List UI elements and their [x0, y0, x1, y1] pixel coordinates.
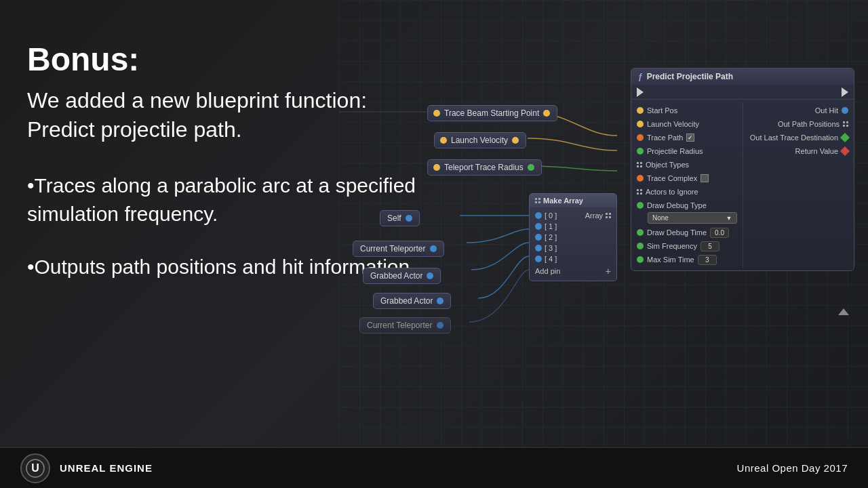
- pin-blue-ct1: [430, 245, 437, 252]
- pin-yellow-trace: [433, 110, 440, 117]
- exec-in-pin: [637, 87, 644, 97]
- node-teleport-trace: Teleport Trace Radius: [427, 159, 542, 176]
- pin-draw-time: [637, 229, 644, 236]
- make-array-body: [ 0 ] Array [ 1 ] [ 2 ]: [530, 207, 616, 281]
- exec-out-pin: [842, 87, 848, 97]
- footer-event: Unreal Open Day 2017: [737, 462, 848, 474]
- add-pin-row[interactable]: Add pin +: [530, 264, 616, 278]
- array-row-2: [ 2 ]: [530, 232, 616, 243]
- pin-return: [840, 146, 850, 156]
- scroll-indicator: [838, 308, 849, 315]
- unreal-logo: U: [20, 453, 50, 483]
- predict-input-trace-complex: Trace Complex: [637, 171, 737, 185]
- predict-input-launch-vel: Launch Velocity: [637, 117, 737, 131]
- predict-input-actors-ignore: Actors to Ignore: [637, 185, 737, 199]
- pin-blue-ga1: [427, 272, 433, 279]
- array-icon: [535, 198, 540, 203]
- predict-header: ƒ Predict Projectile Path: [631, 68, 854, 85]
- pin-blue-ga2: [437, 298, 443, 304]
- pin-launch-vel: [637, 121, 644, 127]
- make-array-header: Make Array: [530, 194, 616, 207]
- predict-input-trace-path: Trace Path ✓: [637, 131, 737, 144]
- pin-draw-debug: [637, 202, 644, 209]
- blueprint-icon: ƒ: [638, 72, 643, 81]
- node-grabbed-actor-2: Grabbed Actor: [373, 293, 451, 309]
- pin-output-launch: [512, 137, 519, 144]
- array-out-icon: [606, 213, 611, 218]
- dropdown-arrow: ▼: [726, 215, 732, 222]
- predict-output-return: Return Value: [749, 144, 849, 158]
- footer-brand-text: UNREAL ENGINE: [60, 462, 153, 474]
- predict-input-draw-debug-time: Draw Debug Time 0.0: [637, 226, 737, 239]
- draw-debug-dropdown[interactable]: None ▼: [648, 212, 737, 224]
- max-sim-input[interactable]: 3: [698, 255, 717, 265]
- pin-out-hit: [842, 107, 848, 114]
- pin-in-1: [535, 223, 542, 230]
- pin-in-0: [535, 212, 542, 219]
- sim-freq-input[interactable]: 5: [701, 241, 719, 251]
- pin-out-path: [843, 121, 848, 127]
- predict-input-obj-types: Object Types: [637, 158, 737, 171]
- pin-start-pos: [637, 107, 644, 114]
- pin-trace-complex: [637, 175, 644, 182]
- pin-blue-self: [406, 215, 412, 222]
- pin-sim-freq: [637, 243, 644, 249]
- pin-in-3: [535, 245, 542, 251]
- predict-outputs: Out Hit Out Path Positions Out Last Trac…: [743, 102, 854, 268]
- footer-brand-area: U UNREAL ENGINE: [20, 453, 153, 483]
- pin-proj-radius: [637, 148, 644, 155]
- pin-in-2: [535, 234, 542, 241]
- ue-logo-svg: U: [26, 459, 45, 478]
- slide-content: Bonus: We added a new blueprint function…: [0, 0, 868, 447]
- trace-path-checkbox[interactable]: ✓: [686, 134, 694, 142]
- node-grabbed-actor-1: Grabbed Actor: [363, 268, 441, 284]
- pin-blue-ct2: [437, 322, 443, 329]
- pin-yellow-launch: [440, 137, 447, 144]
- array-row-0: [ 0 ] Array: [530, 210, 616, 221]
- node-self: Self: [380, 210, 420, 226]
- predict-body: Start Pos Launch Velocity Trace Path ✓ P…: [631, 100, 854, 270]
- predict-inputs: Start Pos Launch Velocity Trace Path ✓ P…: [631, 102, 743, 268]
- predict-output-last-trace: Out Last Trace Destination: [749, 131, 849, 144]
- footer: U UNREAL ENGINE Unreal Open Day 2017: [0, 447, 868, 488]
- predict-output-path-pos: Out Path Positions: [749, 117, 849, 131]
- obj-types-pin: [637, 162, 642, 167]
- node-trace-beam: Trace Beam Starting Point: [427, 105, 557, 121]
- pin-trace-path: [637, 134, 644, 141]
- plus-icon: +: [606, 266, 611, 277]
- actors-ignore-pin: [637, 189, 642, 195]
- draw-time-input[interactable]: 0.0: [710, 228, 729, 238]
- array-row-3: [ 3 ]: [530, 243, 616, 253]
- predict-input-draw-debug-type: Draw Debug Type: [637, 199, 737, 212]
- blueprint-area: Trace Beam Starting Point Launch Velocit…: [339, 0, 868, 393]
- pin-max-sim: [637, 256, 644, 263]
- predict-input-proj-radius: Projectile Radius: [637, 144, 737, 158]
- node-predict-projectile: ƒ Predict Projectile Path Start Pos La: [631, 68, 854, 271]
- predict-input-max-sim-time: Max Sim Time 3: [637, 253, 737, 266]
- array-row-1: [ 1 ]: [530, 221, 616, 232]
- array-row-4: [ 4 ]: [530, 253, 616, 264]
- node-current-teleporter-1: Current Teleporter: [353, 241, 444, 257]
- node-make-array: Make Array [ 0 ] Array: [529, 193, 617, 281]
- exec-bar: [631, 85, 854, 100]
- node-current-teleporter-2: Current Teleporter: [359, 317, 451, 333]
- pin-in-4: [535, 256, 542, 262]
- predict-input-sim-freq: Sim Frequency 5: [637, 239, 737, 253]
- pin-output-trace: [543, 110, 550, 117]
- pin-output-teleport: [528, 164, 534, 171]
- svg-text:U: U: [31, 462, 39, 474]
- pin-out-last: [840, 133, 850, 142]
- predict-output-hit: Out Hit: [749, 104, 849, 117]
- node-launch-velocity: Launch Velocity: [434, 132, 526, 148]
- predict-input-start-pos: Start Pos: [637, 104, 737, 117]
- trace-complex-checkbox[interactable]: [701, 174, 709, 182]
- pin-yellow-teleport: [433, 164, 440, 171]
